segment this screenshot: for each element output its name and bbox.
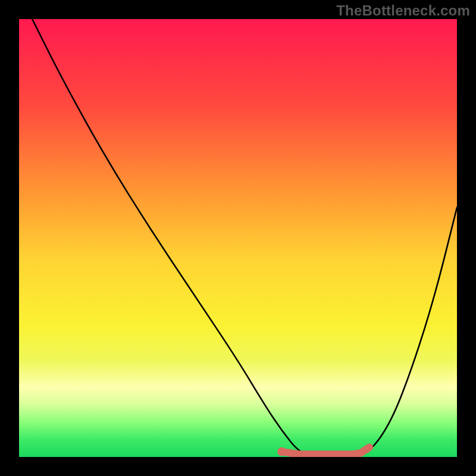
optimal-band-line [282,447,369,455]
plot-area [19,19,457,457]
bottleneck-curve [32,19,457,457]
attribution-label: TheBottleneck.com [336,2,470,19]
chart-frame: TheBottleneck.com [0,0,476,476]
chart-svg [19,19,457,457]
optimal-band-marker [277,447,369,456]
